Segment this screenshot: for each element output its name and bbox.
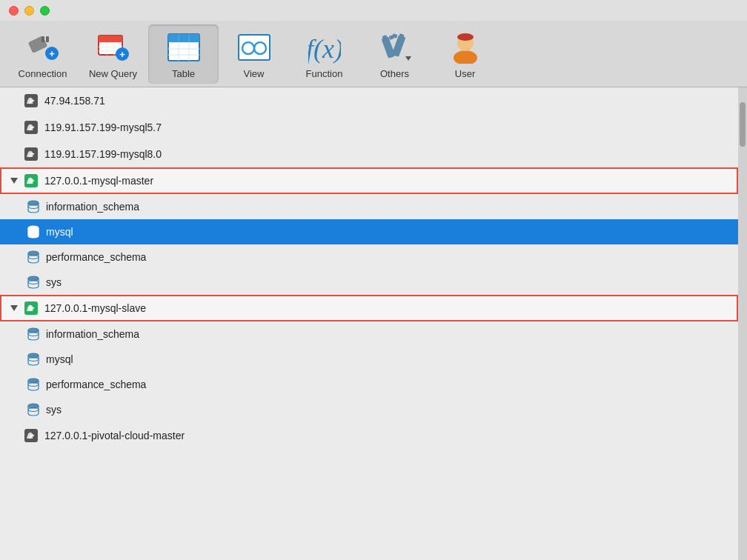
toolbar-table[interactable]: Table (148, 24, 219, 84)
database-name: sys (46, 276, 62, 288)
svg-rect-0 (27, 36, 47, 53)
toolbar-view[interactable]: View (219, 24, 289, 84)
zoom-button[interactable] (40, 6, 50, 16)
toolbar-connection[interactable]: + Connection (7, 24, 78, 84)
scrollbar[interactable] (738, 87, 747, 560)
connection-name: 119.91.157.199-mysql5.7 (44, 121, 162, 133)
database-icon (27, 276, 40, 289)
connection-item[interactable]: 127.0.0.1-mysql-slave (0, 295, 738, 321)
connection-icon: + (25, 31, 61, 64)
database-name: mysql (46, 226, 73, 238)
database-icon (27, 250, 40, 264)
title-bar (0, 0, 747, 21)
database-item[interactable]: mysql (0, 219, 738, 244)
user-icon (448, 31, 483, 64)
database-name: performance_schema (46, 379, 146, 390)
function-label: Function (306, 68, 343, 79)
database-name: mysql (46, 353, 73, 365)
database-name: information_schema (46, 201, 139, 213)
svg-marker-32 (405, 56, 411, 61)
database-icon (27, 353, 40, 366)
connection-type-icon (24, 301, 39, 316)
connection-name: 127.0.0.1-mysql-slave (44, 302, 146, 314)
svg-rect-1 (42, 36, 44, 42)
svg-point-35 (457, 33, 474, 41)
toolbar-new-query[interactable]: + New Query (78, 24, 148, 84)
connection-name: 47.94.158.71 (44, 95, 105, 107)
connection-item[interactable]: 119.91.157.199-mysql8.0 (0, 141, 738, 167)
database-icon (27, 327, 40, 341)
database-name: information_schema (46, 328, 139, 340)
main-area: 47.94.158.71 119.91.157.199-mysql5.7 119… (0, 87, 747, 560)
database-icon (27, 378, 40, 391)
scrollbar-thumb[interactable] (740, 102, 746, 147)
svg-text:f(x): f(x) (308, 34, 341, 64)
user-label: User (455, 68, 475, 79)
connection-type-icon (24, 93, 39, 108)
toolbar-function[interactable]: f(x) Function (289, 24, 359, 84)
connection-type-icon (24, 147, 39, 161)
minimize-button[interactable] (24, 6, 34, 16)
connection-item[interactable]: 127.0.0.1-mysql-master (0, 167, 738, 194)
sidebar: 47.94.158.71 119.91.157.199-mysql5.7 119… (0, 87, 738, 560)
svg-text:+: + (49, 48, 55, 59)
database-name: sys (46, 404, 62, 416)
database-item[interactable]: sys (0, 397, 738, 422)
database-item[interactable]: performance_schema (0, 372, 738, 397)
view-label: View (244, 68, 265, 79)
connection-name: 127.0.0.1-pivotal-cloud-master (44, 430, 185, 441)
connection-type-icon (24, 120, 39, 135)
table-label: Table (172, 68, 195, 79)
connection-type-icon (24, 428, 39, 443)
connection-name: 127.0.0.1-mysql-master (44, 175, 153, 187)
database-icon (27, 403, 40, 416)
expand-triangle (10, 305, 18, 311)
others-icon (377, 31, 413, 64)
svg-rect-2 (46, 36, 49, 42)
svg-point-33 (454, 50, 477, 64)
toolbar-others[interactable]: Others (359, 24, 430, 84)
toolbar-user[interactable]: User (430, 24, 500, 84)
database-icon (27, 225, 40, 239)
connection-item[interactable]: 47.94.158.71 (0, 87, 738, 114)
connection-name: 119.91.157.199-mysql8.0 (44, 148, 162, 160)
database-item[interactable]: information_schema (0, 321, 738, 347)
svg-point-43 (28, 230, 39, 234)
database-icon (27, 200, 40, 213)
svg-text:+: + (119, 49, 125, 60)
connection-label: Connection (19, 68, 67, 79)
connection-item[interactable]: 127.0.0.1-pivotal-cloud-master (0, 422, 738, 449)
function-icon: f(x) (307, 31, 342, 64)
close-button[interactable] (9, 6, 19, 16)
table-icon (166, 31, 202, 64)
connection-item[interactable]: 119.91.157.199-mysql5.7 (0, 114, 738, 141)
database-name: performance_schema (46, 251, 146, 263)
new-query-label: New Query (89, 68, 137, 79)
svg-rect-6 (99, 36, 122, 42)
database-item[interactable]: sys (0, 270, 738, 295)
expand-triangle (10, 178, 18, 184)
view-icon (236, 31, 272, 64)
toolbar: + Connection + New Query (0, 21, 747, 87)
svg-rect-26 (381, 36, 395, 59)
database-item[interactable]: performance_schema (0, 244, 738, 270)
others-label: Others (380, 68, 409, 79)
database-item[interactable]: mysql (0, 347, 738, 372)
svg-rect-14 (168, 34, 199, 42)
connection-type-icon (24, 173, 39, 188)
database-item[interactable]: information_schema (0, 194, 738, 219)
new-query-icon: + (96, 31, 131, 64)
